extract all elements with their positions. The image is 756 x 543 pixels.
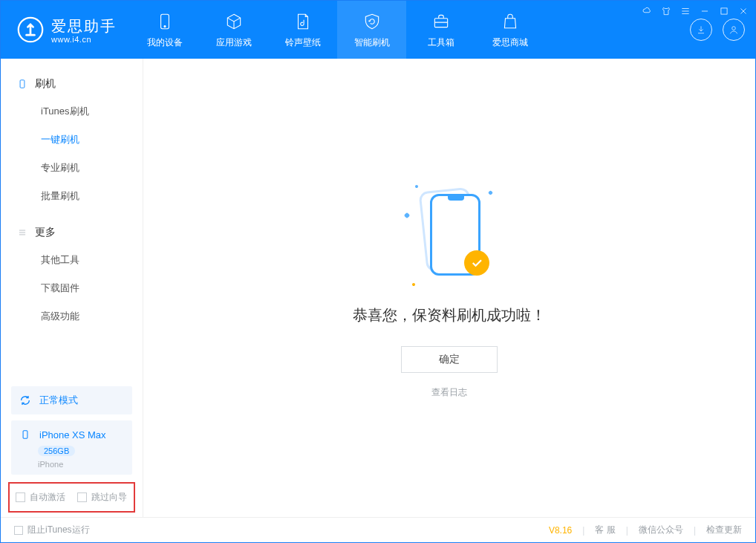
body: 刷机 iTunes刷机 一键刷机 专业刷机 批量刷机 更多 其他工具 下载固件 … bbox=[1, 59, 755, 517]
tab-apps[interactable]: 应用游戏 bbox=[199, 1, 268, 59]
success-title: 恭喜您，保资料刷机成功啦！ bbox=[353, 305, 546, 325]
minimize-icon[interactable] bbox=[699, 5, 711, 17]
window-controls bbox=[641, 5, 749, 17]
tab-label: 智能刷机 bbox=[354, 36, 390, 49]
sidebar-item-onekey[interactable]: 一键刷机 bbox=[1, 126, 143, 154]
sidebar-scroll: 刷机 iTunes刷机 一键刷机 专业刷机 批量刷机 更多 其他工具 下载固件 … bbox=[1, 59, 143, 379]
refresh-shield-icon bbox=[362, 11, 382, 32]
sidebar-item-label: 专业刷机 bbox=[41, 161, 79, 175]
titlebar: 爱思助手 www.i4.cn 我的设备 应用游戏 铃声壁纸 智能刷机 bbox=[1, 1, 755, 59]
svg-rect-7 bbox=[23, 431, 27, 439]
sidebar-item-label: 下载固件 bbox=[41, 282, 79, 295]
logo: 爱思助手 www.i4.cn bbox=[1, 1, 130, 59]
svg-point-5 bbox=[732, 27, 736, 30]
sidebar-item-label: 一键刷机 bbox=[41, 133, 79, 146]
device-mode-label: 正常模式 bbox=[39, 394, 78, 407]
svg-point-3 bbox=[163, 25, 165, 27]
sync-icon bbox=[19, 394, 32, 407]
tab-device[interactable]: 我的设备 bbox=[130, 1, 199, 59]
device-storage-badge: 256GB bbox=[38, 446, 75, 456]
sidebar-item-advanced[interactable]: 高级功能 bbox=[1, 302, 143, 331]
checkbox-label: 自动激活 bbox=[30, 491, 65, 504]
sidebar-item-itunes[interactable]: iTunes刷机 bbox=[1, 97, 143, 126]
maximize-icon[interactable] bbox=[718, 5, 730, 17]
checkbox-stop-itunes[interactable]: 阻止iTunes运行 bbox=[14, 524, 90, 536]
sidebar-item-label: 高级功能 bbox=[41, 310, 79, 323]
sidebar-group-flash: 刷机 bbox=[1, 71, 143, 97]
device-type: iPhone bbox=[38, 460, 125, 469]
checkbox-label: 阻止iTunes运行 bbox=[27, 524, 90, 536]
sidebar-item-label: iTunes刷机 bbox=[41, 105, 89, 118]
footer-link-support[interactable]: 客 服 bbox=[595, 524, 615, 536]
footer-link-update[interactable]: 检查更新 bbox=[706, 524, 742, 536]
main-tabs: 我的设备 应用游戏 铃声壁纸 智能刷机 工具箱 爱思商城 bbox=[130, 1, 544, 59]
version-label: V8.16 bbox=[549, 525, 572, 536]
svg-rect-4 bbox=[434, 18, 447, 27]
checkbox-label: 跳过向导 bbox=[91, 491, 127, 504]
view-log-link[interactable]: 查看日志 bbox=[431, 386, 467, 399]
user-button[interactable] bbox=[723, 19, 745, 41]
brand-name: 爱思助手 bbox=[51, 16, 117, 36]
device-card[interactable]: iPhone XS Max 256GB iPhone bbox=[11, 420, 132, 475]
list-icon bbox=[17, 227, 27, 238]
tab-flash[interactable]: 智能刷机 bbox=[337, 1, 406, 59]
briefcase-icon bbox=[431, 11, 452, 32]
logo-icon bbox=[17, 16, 44, 43]
checkbox-skip-wizard[interactable]: 跳过向导 bbox=[77, 491, 127, 504]
close-icon[interactable] bbox=[737, 5, 749, 17]
tab-tools[interactable]: 工具箱 bbox=[406, 1, 475, 59]
sidebar-item-label: 其他工具 bbox=[41, 253, 79, 267]
check-circle-icon bbox=[464, 250, 489, 276]
group-label: 更多 bbox=[35, 226, 56, 239]
app-window: 爱思助手 www.i4.cn 我的设备 应用游戏 铃声壁纸 智能刷机 bbox=[0, 0, 756, 543]
phone-outline-icon bbox=[17, 79, 27, 89]
tab-ring[interactable]: 铃声壁纸 bbox=[268, 1, 337, 59]
footer-link-wechat[interactable]: 微信公众号 bbox=[639, 524, 683, 536]
device-panels: 正常模式 iPhone XS Max 256GB iPhone bbox=[1, 379, 143, 482]
tab-store[interactable]: 爱思商城 bbox=[475, 1, 544, 59]
ok-button[interactable]: 确定 bbox=[401, 346, 498, 373]
device-icon bbox=[19, 428, 32, 441]
checkbox-icon bbox=[77, 492, 87, 502]
highlighted-options: 自动激活 跳过向导 bbox=[8, 482, 135, 513]
sidebar-group-more: 更多 bbox=[1, 219, 143, 246]
download-button[interactable] bbox=[690, 19, 712, 41]
device-name: iPhone XS Max bbox=[39, 429, 106, 440]
svg-rect-0 bbox=[721, 8, 727, 14]
sidebar-item-pro[interactable]: 专业刷机 bbox=[1, 154, 143, 182]
music-file-icon bbox=[293, 11, 313, 32]
skin-icon[interactable] bbox=[660, 5, 672, 17]
main-content: 恭喜您，保资料刷机成功啦！ 确定 查看日志 bbox=[143, 59, 755, 517]
tab-label: 工具箱 bbox=[428, 36, 454, 49]
footer: 阻止iTunes运行 V8.16 | 客 服 | 微信公众号 | 检查更新 bbox=[1, 517, 755, 542]
checkbox-icon bbox=[16, 492, 25, 502]
sidebar-item-label: 批量刷机 bbox=[41, 189, 79, 203]
tab-label: 铃声壁纸 bbox=[285, 36, 321, 49]
svg-rect-6 bbox=[20, 80, 25, 88]
group-label: 刷机 bbox=[35, 77, 56, 91]
tab-label: 我的设备 bbox=[147, 36, 183, 49]
tab-label: 爱思商城 bbox=[492, 36, 528, 49]
checkbox-auto-activate[interactable]: 自动激活 bbox=[16, 491, 65, 504]
sidebar: 刷机 iTunes刷机 一键刷机 专业刷机 批量刷机 更多 其他工具 下载固件 … bbox=[1, 59, 143, 517]
success-illustration bbox=[405, 185, 494, 289]
cloud-icon[interactable] bbox=[641, 5, 653, 17]
tab-label: 应用游戏 bbox=[216, 36, 252, 49]
sidebar-item-other[interactable]: 其他工具 bbox=[1, 246, 143, 274]
phone-icon bbox=[154, 11, 175, 32]
sidebar-item-batch[interactable]: 批量刷机 bbox=[1, 182, 143, 210]
cube-icon bbox=[224, 11, 244, 32]
sidebar-item-firmware[interactable]: 下载固件 bbox=[1, 274, 143, 302]
brand-url: www.i4.cn bbox=[51, 35, 117, 44]
menu-icon[interactable] bbox=[680, 5, 691, 17]
bag-icon bbox=[500, 11, 521, 32]
device-mode-card[interactable]: 正常模式 bbox=[11, 386, 132, 414]
checkbox-icon bbox=[14, 526, 23, 535]
